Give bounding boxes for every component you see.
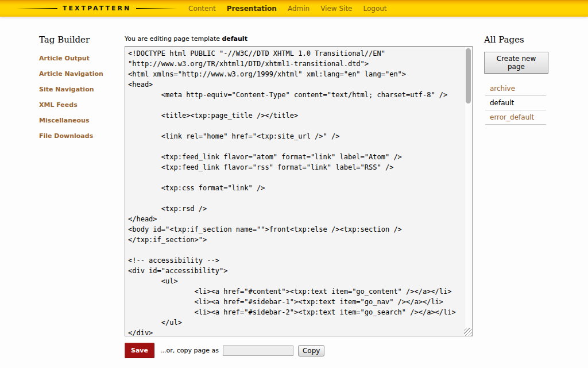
page-current-default: default [490,99,514,107]
logo-text: TEXTPATTERN [63,5,131,12]
pages-list: archive default error_default [485,82,546,125]
tag-builder-sidebar: Tag Builder Article Output Article Navig… [39,34,123,148]
textarea-resize-grip-icon[interactable] [464,328,472,336]
nav-item-view-site[interactable]: View Site [320,5,352,13]
textarea-scrollbar-thumb[interactable] [466,48,471,103]
tag-link-xml-feeds[interactable]: XML Feeds [39,101,123,109]
template-editor: <!DOCTYPE html PUBLIC "-//W3C//DTD XHTML… [125,46,473,336]
copy-button[interactable]: Copy [298,345,324,356]
copy-page-hint: ...or, copy page as [160,347,219,354]
tag-builder-heading: Tag Builder [39,34,123,45]
page-list-item-error-default: error_default [485,110,546,125]
template-code-textarea[interactable]: <!DOCTYPE html PUBLIC "-//W3C//DTD XHTML… [125,46,473,336]
all-pages-sidebar: All Pages Create new page archive defaul… [484,34,548,125]
textpattern-logo: TEXTPATTERN [16,0,177,17]
top-bar: TEXTPATTERN Content Presentation Admin V… [0,0,588,17]
textarea-scrollbar-track[interactable] [464,47,472,328]
save-button[interactable]: Save [125,343,154,358]
nav-item-admin[interactable]: Admin [288,5,310,13]
copy-page-name-input[interactable] [223,346,293,356]
tag-builder-links: Article Output Article Navigation Site N… [39,55,123,140]
nav-item-logout[interactable]: Logout [363,5,386,13]
tag-link-article-navigation[interactable]: Article Navigation [39,70,123,78]
tag-link-article-output[interactable]: Article Output [39,55,123,62]
tag-link-site-navigation[interactable]: Site Navigation [39,86,123,93]
editing-template-name: default [222,35,247,43]
page-link-error-default[interactable]: error_default [490,113,534,121]
page-link-archive[interactable]: archive [490,85,515,93]
nav-item-presentation[interactable]: Presentation [227,5,277,13]
nav-item-content[interactable]: Content [188,5,216,13]
tag-link-miscellaneous[interactable]: Miscellaneous [39,117,123,124]
editing-status-prefix: You are editing page template [125,35,222,43]
top-navigation: Content Presentation Admin View Site Log… [188,0,387,17]
page-list-item-default: default [485,96,546,110]
logo-flourish-left [16,8,57,9]
tag-link-file-downloads[interactable]: File Downloads [39,132,123,140]
all-pages-heading: All Pages [484,34,548,45]
editor-footer: Save ...or, copy page as Copy [125,343,324,358]
logo-flourish-right [136,8,177,9]
editing-status-text: You are editing page template default [125,35,247,43]
page-list-item-archive: archive [485,82,546,96]
create-new-page-button[interactable]: Create new page [484,52,548,74]
